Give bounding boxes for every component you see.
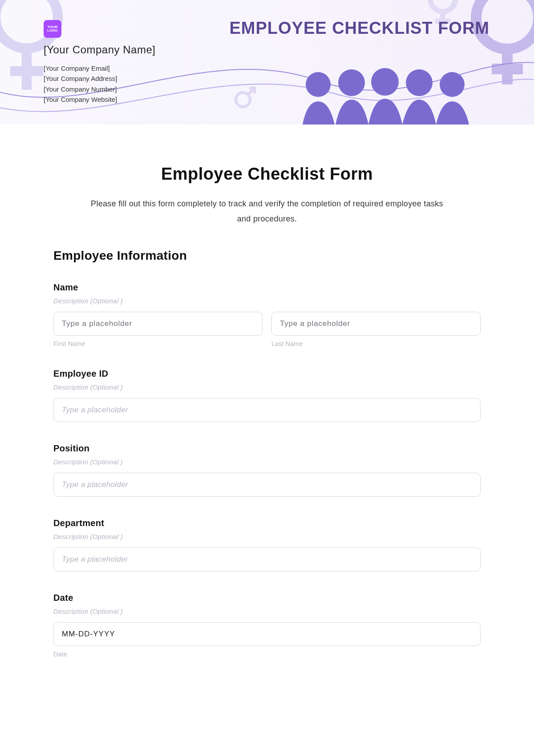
desc-name: Description (Optional ) <box>53 297 481 305</box>
mars-symbol-icon <box>231 84 258 111</box>
desc-date: Description (Optional ) <box>53 607 481 615</box>
svg-point-13 <box>371 68 399 96</box>
employee-id-input[interactable] <box>53 398 481 422</box>
company-number: [Your Company Number] <box>44 84 155 94</box>
sublabel-first-name: First Name <box>53 340 263 347</box>
form-title: Employee Checklist Form <box>53 165 481 184</box>
company-website: [Your Company Website] <box>44 94 155 105</box>
sublabel-date: Date <box>53 651 481 658</box>
svg-point-14 <box>406 69 433 96</box>
position-input[interactable] <box>53 473 481 497</box>
company-address: [Your Company Address] <box>44 73 155 84</box>
people-silhouette-icon <box>294 67 476 125</box>
label-department: Department <box>53 518 481 528</box>
label-employee-id: Employee ID <box>53 369 481 379</box>
field-date: Date Description (Optional ) Date <box>53 593 481 658</box>
company-info: [Your Company Name] [Your Company Email]… <box>44 44 155 105</box>
section-employee-information: Employee Information <box>53 249 481 263</box>
svg-point-6 <box>430 0 455 12</box>
form: Employee Checklist Form Please fill out … <box>0 125 534 658</box>
svg-line-10 <box>247 89 254 95</box>
field-employee-id: Employee ID Description (Optional ) <box>53 369 481 422</box>
department-input[interactable] <box>53 547 481 571</box>
form-intro: Please fill out this form completely to … <box>85 196 449 226</box>
company-email: [Your Company Email] <box>44 63 155 73</box>
first-name-input[interactable] <box>53 312 263 336</box>
label-position: Position <box>53 443 481 454</box>
banner-title: EMPLOYEE CHECKLIST FORM <box>229 19 490 38</box>
desc-department: Description (Optional ) <box>53 533 481 540</box>
field-department: Department Description (Optional ) <box>53 518 481 571</box>
svg-point-15 <box>440 72 465 97</box>
svg-point-12 <box>338 69 365 96</box>
sublabel-last-name: Last Name <box>271 340 481 347</box>
label-date: Date <box>53 593 481 603</box>
field-name: Name Description (Optional ) First Name … <box>53 282 481 347</box>
company-name: [Your Company Name] <box>44 44 155 56</box>
header-banner: YOUR LOGO [Your Company Name] [Your Comp… <box>0 0 534 125</box>
date-input[interactable] <box>53 622 481 646</box>
last-name-input[interactable] <box>271 312 481 336</box>
field-position: Position Description (Optional ) <box>53 443 481 497</box>
company-logo: YOUR LOGO <box>44 20 61 38</box>
svg-point-11 <box>306 72 331 97</box>
label-name: Name <box>53 282 481 293</box>
desc-employee-id: Description (Optional ) <box>53 383 481 391</box>
desc-position: Description (Optional ) <box>53 458 481 466</box>
